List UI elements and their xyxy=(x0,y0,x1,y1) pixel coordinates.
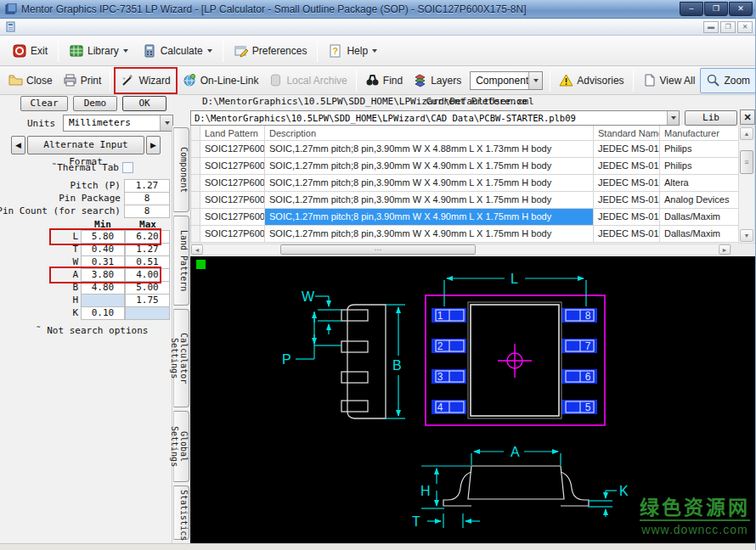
side-tab-strip: Component Land Pattern Calculator Settin… xyxy=(172,126,189,543)
tab-global-settings[interactable]: Global Settings xyxy=(173,411,189,482)
main-toolbar: Close Print Wizard On-Line-Link Local Ar… xyxy=(0,66,756,95)
H-min-field[interactable] xyxy=(81,294,125,307)
menu-exit[interactable]: Exit xyxy=(5,38,54,64)
scrollbar-corner xyxy=(732,244,755,256)
alternate-prev-button[interactable]: ◀ xyxy=(11,136,25,154)
separator xyxy=(317,40,318,62)
lib-button[interactable]: Lib xyxy=(685,110,737,126)
dim-row-T: T 0.40 1.27 xyxy=(0,244,172,256)
col-description[interactable]: Description xyxy=(265,126,594,140)
tab-component[interactable]: Component xyxy=(173,127,189,212)
mdi-close-button[interactable]: ✕ xyxy=(737,21,753,33)
app-icon[interactable] xyxy=(5,3,17,15)
separator xyxy=(110,70,110,92)
pitch-field[interactable]: 1.27 xyxy=(124,179,170,193)
close-window-button[interactable]: ✕ xyxy=(729,2,753,16)
folder-icon xyxy=(8,73,23,87)
table-row[interactable]: SOIC127P600X173-8N SOIC,1.27mm pitch;8 p… xyxy=(191,141,738,158)
dim-label-A: A xyxy=(511,445,520,459)
dim-label-P: P xyxy=(282,352,291,367)
advisories-button[interactable]: Advisories xyxy=(554,68,629,93)
units-select[interactable]: Millimeters xyxy=(63,115,173,132)
col-land-pattern[interactable]: Land Pattern xyxy=(200,126,265,140)
help-icon: ? xyxy=(328,43,343,59)
close-button[interactable]: Close xyxy=(3,68,58,93)
wizard-button[interactable]: Wizard xyxy=(114,67,177,94)
dim-label-B: B xyxy=(392,358,402,373)
preferences-icon xyxy=(234,43,249,59)
scroll-up-button[interactable]: ▲ xyxy=(740,127,753,140)
mdi-minimize-button[interactable]: ▬ xyxy=(703,21,719,33)
dim-label-H: H xyxy=(420,484,431,498)
minimize-button[interactable]: – xyxy=(680,2,703,16)
separator xyxy=(633,70,634,92)
pin-number: 1 xyxy=(437,310,443,322)
alternate-input-format-button[interactable]: Alternate Input Format xyxy=(27,136,144,154)
table-row-selected[interactable]: SOIC127P600X175-8N SOIC,1.27mm pitch;8 p… xyxy=(191,209,738,226)
mdi-restore-button[interactable]: ❐ xyxy=(720,21,736,33)
table-header-row: Land Pattern Description Standard Name M… xyxy=(191,126,738,141)
find-button[interactable]: Find xyxy=(360,68,408,93)
dim-label-T: T xyxy=(412,514,420,529)
H-max-field[interactable]: 1.75 xyxy=(125,294,170,307)
dim-row-B: B 4.80 5.00 xyxy=(0,282,172,295)
library-close-button[interactable]: ✕ xyxy=(740,109,755,125)
clear-button[interactable]: Clear xyxy=(20,96,68,111)
library-icon xyxy=(69,43,84,59)
chevron-down-icon xyxy=(160,115,172,131)
layers-button[interactable]: Layers xyxy=(408,68,466,93)
scrollbar-thumb[interactable] xyxy=(740,150,753,174)
component-select[interactable]: Component xyxy=(470,71,543,90)
param-row: Pin Package 8 xyxy=(0,193,172,205)
thermal-tab-checkbox[interactable] xyxy=(122,162,133,173)
menu-calculate[interactable]: Calculate xyxy=(135,38,219,64)
K-max-field[interactable] xyxy=(125,306,170,320)
package-drawing-canvas[interactable]: W P B L 1 2 3 4 8 7 6 5 xyxy=(190,256,755,543)
tab-calculator-settings[interactable]: Calculator Settings xyxy=(173,309,189,407)
tab-land-pattern[interactable]: Land Pattern xyxy=(173,216,189,306)
highlight-box-L xyxy=(49,228,161,245)
pin-number: 4 xyxy=(437,401,443,413)
pin-count-field[interactable]: 8 xyxy=(124,205,170,218)
table-row[interactable]: SOIC127P600X175-8N SOIC,1.27mm pitch;8 p… xyxy=(191,226,738,243)
dim-label-W: W xyxy=(302,289,315,304)
scroll-left-button[interactable]: ◄ xyxy=(191,244,203,255)
mdi-child-bar: ▬ ❐ ✕ xyxy=(0,19,756,36)
menu-library[interactable]: Library xyxy=(62,38,135,64)
scrollbar-thumb[interactable] xyxy=(280,244,476,255)
table-row[interactable]: SOIC127P600X175-8N SOIC,1.27mm pitch;8 p… xyxy=(191,192,738,209)
demo-button[interactable]: Demo xyxy=(73,96,117,111)
svg-text:?: ? xyxy=(333,46,339,56)
K-min-field[interactable]: 0.10 xyxy=(81,306,125,320)
table-row[interactable]: SOIC127P600X175-8AN SOIC,1.27mm pitch;8 … xyxy=(191,158,738,175)
selected-cell[interactable]: SOIC,1.27mm pitch;8 pin,3.90mm W X 4.90m… xyxy=(265,209,594,225)
view-all-button[interactable]: View All xyxy=(637,68,701,93)
chevron-down-icon xyxy=(123,49,128,53)
pin-package-field[interactable]: 8 xyxy=(124,192,170,205)
pads-left: 1 2 3 4 xyxy=(432,308,466,414)
scroll-down-button[interactable]: ▼ xyxy=(740,229,753,242)
print-button[interactable]: Print xyxy=(58,68,107,93)
pads-right: 8 7 6 5 xyxy=(561,308,597,414)
separator xyxy=(58,40,59,62)
library-path-select[interactable]: D:\MentorGraphics\10.5LPW\SDD_HOME\LPWiz… xyxy=(190,110,680,126)
alternate-next-button[interactable]: ▶ xyxy=(146,136,161,154)
table-row[interactable]: SOIC127P600X175-8N SOIC,1.27mm pitch;8 p… xyxy=(191,175,738,192)
col-standard-name[interactable]: Standard Name xyxy=(594,126,660,140)
col-manufacturer[interactable]: Manufacturer xyxy=(660,126,738,140)
current-preference-label: Current Preference xyxy=(426,96,528,107)
chevron-down-icon xyxy=(372,49,377,53)
title-bar: Mentor Graphics IPC-7351 LP Wizard - [LP… xyxy=(0,0,756,19)
component-side-view xyxy=(341,305,386,418)
origin-marker xyxy=(196,260,206,269)
menu-preferences[interactable]: Preferences xyxy=(227,38,314,64)
zoom-button[interactable]: Zoom xyxy=(700,68,756,93)
tab-statistics[interactable]: Statistics xyxy=(173,485,189,540)
online-link-button[interactable]: On-Line-Link xyxy=(178,68,264,93)
local-archive-button: Local Archive xyxy=(263,68,352,93)
pin-number: 3 xyxy=(437,371,443,383)
ok-button[interactable]: OK xyxy=(122,96,166,111)
menu-help[interactable]: ? Help xyxy=(321,38,384,64)
scroll-right-button[interactable]: ► xyxy=(719,244,731,255)
maximize-button[interactable]: ❐ xyxy=(704,2,728,16)
